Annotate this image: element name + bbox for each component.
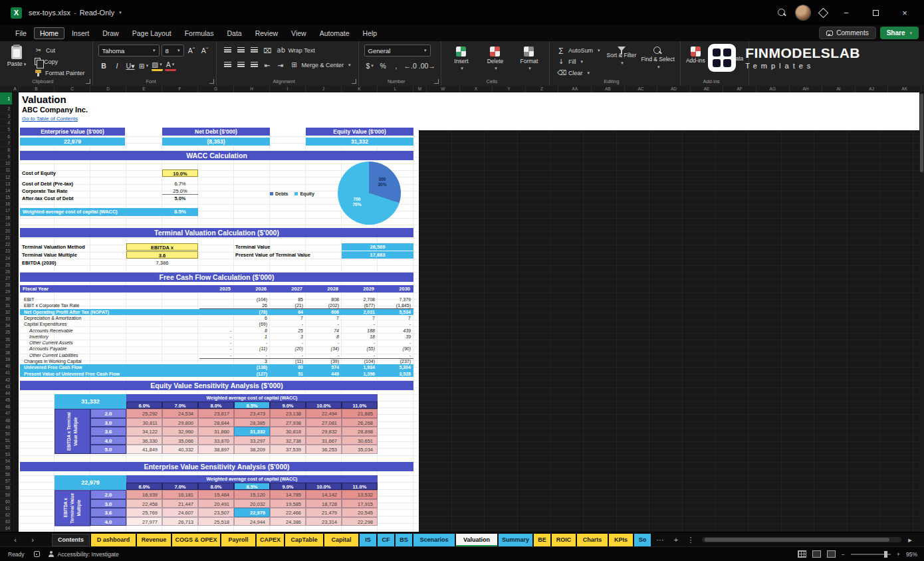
- wacc-pie-chart[interactable]: [338, 162, 401, 225]
- fcf-value[interactable]: -: [235, 340, 267, 346]
- page-layout-view-button[interactable]: [812, 550, 821, 558]
- sheet-tab-revenue[interactable]: Revenue: [137, 534, 171, 546]
- fcf-value[interactable]: -: [307, 340, 339, 346]
- equity-sens-cell[interactable]: 36,253: [306, 445, 342, 454]
- fcf-value[interactable]: 574: [307, 364, 339, 370]
- fcf-value[interactable]: 2,708: [343, 296, 375, 302]
- equity-sens-cell[interactable]: 36,330: [126, 436, 162, 445]
- fcf-value[interactable]: 7: [343, 315, 375, 321]
- wacc-value-after-tax-cost-of-debt[interactable]: 5.0%: [162, 195, 198, 202]
- fcf-value[interactable]: 8: [235, 328, 267, 334]
- equity-sens-cell[interactable]: 21,885: [342, 409, 378, 418]
- fcf-value[interactable]: -: [343, 321, 375, 327]
- equity-sens-cell[interactable]: 34,122: [126, 427, 162, 436]
- fcf-value[interactable]: 60: [271, 364, 303, 370]
- equity-sens-cell[interactable]: 23,138: [270, 409, 306, 418]
- equity-sens-cell[interactable]: 28,898: [342, 427, 378, 436]
- equity-sens-cell[interactable]: 37,539: [270, 445, 306, 454]
- equity-sens-cell[interactable]: 35,034: [342, 445, 378, 454]
- sheet-tab-contents[interactable]: Contents: [52, 534, 90, 546]
- equity-sens-cell[interactable]: 30,811: [126, 418, 162, 427]
- fcf-value[interactable]: (69): [235, 321, 267, 327]
- sheet-tab-roic[interactable]: ROIC: [552, 534, 576, 546]
- enterprise-sens-cell[interactable]: 23,314: [306, 517, 342, 526]
- zoom-out-button[interactable]: −: [842, 551, 845, 558]
- enterprise-sens-cell[interactable]: 25,518: [198, 517, 234, 526]
- fcf-value[interactable]: -: [199, 340, 231, 346]
- fcf-value[interactable]: 85: [271, 296, 303, 302]
- equity-sens-cell[interactable]: 24,534: [162, 409, 198, 418]
- terminal-value-terminal-value[interactable]: 26,589: [342, 243, 413, 251]
- fcf-value[interactable]: 3: [235, 358, 267, 364]
- equity-sens-cell[interactable]: 38,897: [198, 445, 234, 454]
- equity-sens-cell[interactable]: 41,849: [126, 445, 162, 454]
- sheet-tab-payroll[interactable]: Payroll: [221, 534, 255, 546]
- fcf-value[interactable]: -: [379, 340, 411, 346]
- sheet-tab-charts[interactable]: Charts: [577, 534, 608, 546]
- vertical-scrollbar-thumb[interactable]: [920, 94, 923, 172]
- zoom-in-button[interactable]: +: [897, 551, 900, 558]
- fcf-value[interactable]: 606: [307, 309, 339, 315]
- equity-sens-cell[interactable]: 31,667: [306, 436, 342, 445]
- fcf-value[interactable]: (11): [271, 358, 303, 364]
- fcf-value[interactable]: 64: [271, 309, 303, 315]
- equity-sens-cell[interactable]: 40,332: [162, 445, 198, 454]
- equity-sens-cell[interactable]: 38,209: [234, 445, 270, 454]
- fcf-value[interactable]: 3,528: [379, 371, 411, 377]
- fcf-value[interactable]: 1,934: [343, 364, 375, 370]
- fcf-value[interactable]: (55): [343, 346, 375, 352]
- sheet-empty-area[interactable]: [419, 130, 919, 532]
- equity-sens-cell[interactable]: 32,738: [270, 436, 306, 445]
- equity-sens-cell[interactable]: 31,860: [198, 427, 234, 436]
- fcf-value[interactable]: (90): [379, 346, 411, 352]
- fcf-value[interactable]: (127): [235, 371, 267, 377]
- fcf-value[interactable]: -: [271, 321, 303, 327]
- normal-view-button[interactable]: [798, 550, 806, 558]
- fcf-value[interactable]: (20): [271, 346, 303, 352]
- fcf-value[interactable]: (104): [235, 296, 267, 302]
- tabs-scroll-right-icon[interactable]: ›: [27, 534, 39, 546]
- fcf-value[interactable]: 449: [307, 371, 339, 377]
- summary-value-net-debt-000[interactable]: (8,353): [162, 138, 270, 146]
- equity-sens-cell[interactable]: 33,870: [198, 436, 234, 445]
- wacc-value-cost-of-equity[interactable]: 10.0%: [162, 169, 198, 177]
- enterprise-sens-cell[interactable]: 18,728: [306, 499, 342, 508]
- sheet-tab-scenarios[interactable]: Scenarios: [413, 534, 455, 546]
- terminal-value-terminal-valuation-method[interactable]: EBITDA x: [126, 243, 198, 251]
- tabs-scroll-left-icon[interactable]: ‹: [9, 534, 21, 546]
- terminal-value-terminal-value-multiple[interactable]: 3.6: [126, 251, 198, 259]
- sheet-tab-is[interactable]: IS: [360, 534, 376, 546]
- enterprise-sens-cell[interactable]: 25,769: [126, 508, 162, 517]
- enterprise-sens-cell[interactable]: 22,979: [234, 508, 270, 517]
- fcf-value[interactable]: (34): [307, 346, 339, 352]
- enterprise-sens-cell[interactable]: 26,713: [162, 517, 198, 526]
- wacc-value-cost-of-debt-pre-tax[interactable]: 6.7%: [162, 180, 198, 187]
- fcf-value[interactable]: -: [271, 340, 303, 346]
- fcf-value[interactable]: 1,396: [343, 371, 375, 377]
- equity-sens-cell[interactable]: 29,832: [306, 427, 342, 436]
- summary-value-equity-value-000[interactable]: 31,332: [306, 138, 413, 146]
- enterprise-sens-cell[interactable]: 15,464: [198, 490, 234, 499]
- toc-link[interactable]: Go to Table of Contents: [22, 116, 78, 122]
- fcf-value[interactable]: 7: [307, 315, 339, 321]
- sheet-tab-so[interactable]: So: [634, 534, 651, 546]
- fcf-value[interactable]: 25: [271, 328, 303, 334]
- fcf-value[interactable]: 188: [343, 328, 375, 334]
- equity-sens-cell[interactable]: 32,960: [162, 427, 198, 436]
- equity-sens-cell[interactable]: 26,268: [342, 418, 378, 427]
- equity-sens-cell[interactable]: 27,081: [306, 418, 342, 427]
- wacc-result-value[interactable]: 8.5%: [162, 208, 198, 216]
- fcf-value[interactable]: (39): [307, 358, 339, 364]
- terminal-value-ebitda-2030[interactable]: 7,386: [126, 259, 198, 267]
- enterprise-sens-cell[interactable]: 24,386: [270, 517, 306, 526]
- fcf-value[interactable]: (104): [343, 358, 375, 364]
- summary-value-enterprise-value-000[interactable]: 22,979: [20, 138, 125, 146]
- enterprise-sens-cell[interactable]: 17,915: [342, 499, 378, 508]
- fcf-value[interactable]: 7: [271, 315, 303, 321]
- sheet-tab-kpis[interactable]: KPIs: [609, 534, 633, 546]
- fcf-value[interactable]: 7: [379, 315, 411, 321]
- enterprise-sens-cell[interactable]: 15,120: [234, 490, 270, 499]
- fcf-value[interactable]: -: [199, 346, 231, 352]
- fcf-value[interactable]: 5,304: [379, 364, 411, 370]
- fcf-value[interactable]: 7,379: [379, 296, 411, 302]
